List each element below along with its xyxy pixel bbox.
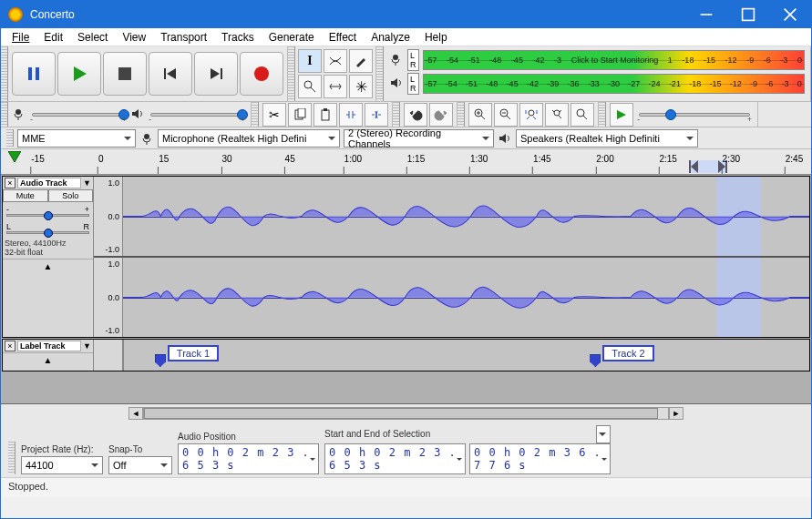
vertical-scale[interactable]: 1.00.0-1.0 [94, 177, 123, 256]
scroll-right-button[interactable]: ► [669, 407, 684, 420]
label-text[interactable]: Track 1 [168, 345, 219, 361]
recording-device-select[interactable]: Microphone (Realtek High Defini [158, 129, 340, 148]
track-name-label[interactable]: Label Track [17, 341, 81, 351]
playback-volume-slider[interactable]: -+ [147, 106, 247, 124]
recording-meter[interactable]: -57-54-51-48-45-42-3 Click to Start Moni… [423, 50, 806, 70]
toolbar-grip[interactable] [8, 442, 15, 474]
paste-button[interactable] [313, 103, 337, 127]
maximize-button[interactable] [727, 1, 769, 28]
menu-transport[interactable]: Transport [153, 29, 214, 46]
menu-file[interactable]: File [5, 29, 36, 46]
menu-generate[interactable]: Generate [262, 29, 322, 46]
track-collapse-button[interactable]: ▲ [3, 259, 93, 273]
recording-volume-slider[interactable]: -+ [28, 106, 128, 124]
multi-tool-button[interactable]: ✳ [349, 75, 373, 98]
pause-button[interactable] [12, 52, 56, 96]
playback-device-select[interactable]: Speakers (Realtek High Definiti [516, 129, 698, 148]
close-button[interactable] [769, 1, 811, 28]
label-pin-icon[interactable] [155, 354, 166, 367]
menu-effect[interactable]: Effect [322, 29, 364, 46]
svg-marker-3 [74, 66, 87, 81]
undo-button[interactable] [404, 103, 427, 127]
recording-channels-select[interactable]: 2 (Stereo) Recording Channels [344, 129, 494, 148]
scroll-left-button[interactable]: ◄ [128, 407, 143, 420]
track-close-button[interactable]: × [5, 341, 15, 351]
envelope-tool-button[interactable] [324, 49, 347, 73]
waveform-right[interactable] [123, 258, 809, 337]
silence-button[interactable] [365, 103, 388, 127]
selection-mode-select[interactable] [596, 425, 611, 443]
skip-end-button[interactable] [194, 52, 238, 96]
toolbar-grip[interactable] [1, 102, 8, 127]
waveform-left[interactable] [123, 177, 809, 256]
play-at-speed-button[interactable] [610, 103, 633, 127]
label-track-body[interactable]: Track 1 Track 2 [123, 340, 809, 371]
track-close-button[interactable]: × [5, 178, 15, 188]
menu-select[interactable]: Select [70, 29, 115, 46]
svg-rect-8 [221, 68, 222, 79]
scrollbar-thumb[interactable] [144, 408, 658, 419]
trim-button[interactable] [339, 103, 363, 127]
audio-position-field[interactable]: 0 0 h 0 2 m 2 3 . 6 5 3 s [178, 443, 319, 474]
track-menu-button[interactable]: ▼ [83, 341, 91, 351]
cut-button[interactable]: ✂ [262, 103, 286, 127]
timeshift-tool-button[interactable] [324, 75, 347, 98]
zoom-in-button[interactable] [468, 103, 492, 127]
playhead-icon[interactable] [8, 151, 21, 162]
menu-view[interactable]: View [115, 29, 153, 46]
toolbar-grip[interactable] [599, 102, 606, 127]
solo-button[interactable]: Solo [48, 189, 94, 202]
mute-button[interactable]: Mute [3, 189, 48, 202]
audio-host-select[interactable]: MME [17, 129, 136, 148]
toolbar-grip[interactable] [288, 46, 295, 101]
track-menu-button[interactable]: ▼ [83, 178, 91, 188]
window-title: Concerto [30, 8, 685, 21]
pan-slider[interactable]: LR [3, 219, 93, 237]
horizontal-scrollbar[interactable]: ◄ ► [1, 404, 811, 422]
project-rate-select[interactable]: 44100 [21, 456, 103, 474]
selection-start-field[interactable]: 0 0 h 0 2 m 2 3 . 6 5 3 s [324, 443, 466, 474]
label-pin-icon[interactable] [590, 354, 601, 367]
toolbar-grip[interactable] [252, 102, 259, 127]
fit-project-button[interactable] [545, 103, 569, 127]
track-name-label[interactable]: Audio Track [17, 178, 81, 188]
zoom-toggle-button[interactable] [570, 103, 594, 127]
skip-start-button[interactable] [149, 52, 192, 96]
minimize-button[interactable] [685, 1, 727, 28]
toolbar-grip[interactable] [457, 102, 465, 127]
label-marker[interactable]: Track 1 [155, 345, 219, 361]
copy-button[interactable] [288, 103, 312, 127]
selection-tool-button[interactable]: I [298, 49, 322, 73]
monitor-label[interactable]: Click to Start Monitoring [571, 56, 659, 65]
toolbar-grip[interactable] [6, 129, 14, 147]
svg-rect-1 [28, 67, 32, 80]
timeline-ruler[interactable]: -1501530451:001:151:301:452:002:152:302:… [1, 149, 811, 175]
track-collapse-button[interactable]: ▲ [3, 352, 93, 371]
toolbar-grip[interactable] [376, 46, 384, 101]
track-control-panel: × Audio Track ▼ Mute Solo -+ LR Stereo, … [3, 177, 94, 337]
gain-slider[interactable]: -+ [3, 202, 93, 219]
record-button[interactable] [240, 52, 283, 96]
playback-meter[interactable]: -57-54-51-48-45-42-39-36-33-30-27-24-21-… [423, 74, 806, 94]
vertical-scale[interactable]: 1.00.0-1.0 [94, 258, 123, 337]
menu-analyze[interactable]: Analyze [364, 29, 417, 46]
menu-tracks[interactable]: Tracks [214, 29, 262, 46]
toolbar-grip[interactable] [393, 102, 400, 127]
snap-to-select[interactable]: Off [108, 456, 172, 474]
zoom-tool-button[interactable] [298, 75, 322, 98]
zoom-out-button[interactable] [494, 103, 518, 127]
draw-tool-button[interactable] [349, 49, 373, 73]
label-marker[interactable]: Track 2 [590, 345, 653, 361]
redo-button[interactable] [429, 103, 453, 127]
label-text[interactable]: Track 2 [602, 345, 653, 361]
menu-help[interactable]: Help [417, 29, 455, 46]
fit-selection-button[interactable] [519, 103, 543, 127]
play-button[interactable] [57, 52, 101, 96]
svg-point-9 [254, 66, 269, 81]
toolbar-grip[interactable] [1, 46, 8, 101]
playback-speed-slider[interactable]: -+ [635, 106, 754, 124]
stop-button[interactable] [103, 52, 147, 96]
titlebar: Concerto [1, 1, 811, 28]
menu-edit[interactable]: Edit [36, 29, 70, 46]
selection-end-field[interactable]: 0 0 h 0 2 m 3 6 . 7 7 6 s [469, 443, 611, 474]
